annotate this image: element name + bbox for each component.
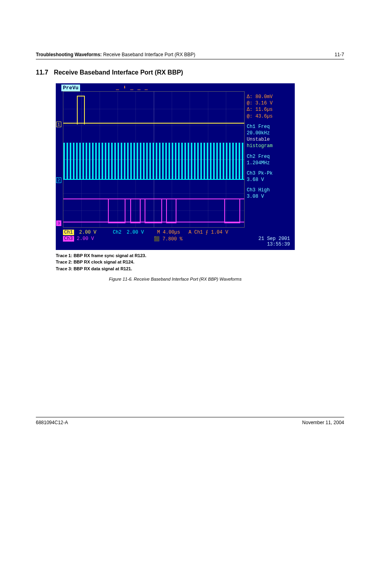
waveform-graticule <box>63 91 245 228</box>
meas-ch1-freq-label: Ch1 Freq <box>247 124 294 130</box>
trace-3-pulse <box>224 199 240 223</box>
meas-ch2-freq-value: 1.204MHz <box>247 160 294 166</box>
trace-3-pulse <box>145 199 162 223</box>
meas-ch1-freq-value: 20.00kHz <box>247 130 294 136</box>
legend-trace-3: Trace 3: BBP RX data signal at R121. <box>56 265 344 272</box>
trace-2-baseline <box>63 179 244 180</box>
header-page-number: 11-7 <box>335 52 344 57</box>
trace-3-pulse <box>130 199 141 223</box>
legend-trace-1: Trace 1: BBP RX frame sync signal at R12… <box>56 252 344 259</box>
running-header: Troubleshooting Waveforms: Receive Baseb… <box>36 52 344 59</box>
footer-doc-number: 6881094C12-A <box>36 420 68 425</box>
trigger-readout: A Ch1 ⨍ 1.04 V <box>188 230 228 235</box>
scope-date: 21 Sep 2001 <box>242 236 290 242</box>
scope-time: 13:55:39 <box>242 242 290 247</box>
trace-1-frame-sync <box>63 123 244 124</box>
ch1-label-box: Ch1 <box>63 230 74 235</box>
ch3-scale: 2.00 V <box>77 236 94 242</box>
trace-3-pulse <box>108 199 125 223</box>
trigger-time-marker: ⎯⬇⎯⎯⎯ <box>116 84 152 90</box>
header-title-rest: Receive Baseband Interface Port (RX BBP) <box>102 52 196 57</box>
ch2-ground-marker: 2 <box>56 177 61 183</box>
trace-legend: Trace 1: BBP RX frame sync signal at R12… <box>56 252 344 272</box>
figure-caption: Figure 11-6. Receive Baseband Interface … <box>56 277 295 281</box>
cursor-delta-t: Δ: 11.6µs <box>247 106 294 113</box>
meas-ch2-freq-label: Ch2 Freq <box>247 153 294 160</box>
ch1-ground-marker: 1 <box>56 122 61 127</box>
scope-readout-panel: Δ: 80.0mV @: 3.16 V Δ: 11.6µs @: 43.6µs … <box>245 91 295 228</box>
trace-3-pulse <box>166 199 176 223</box>
cursor-delta-v: Δ: 80.0mV <box>247 94 294 100</box>
meas-ch3-high-label: Ch3 High <box>247 187 294 193</box>
section-title-text: Receive Baseband Interface Port (RX BBP) <box>54 69 183 76</box>
footer-date: November 11, 2004 <box>302 420 344 425</box>
section-heading: 11.7Receive Baseband Interface Port (RX … <box>36 69 344 76</box>
cursor-at-t: @: 43.6µs <box>247 113 294 120</box>
cursor-at-v: @: 3.16 V <box>247 100 294 106</box>
channel-indicator-gutter: 1 2 3 <box>56 91 63 228</box>
scope-bottom-readout: Ch1 2.00 V Ch2 2.00 V M 4.00µs A Ch1 ⨍ 1… <box>56 228 295 250</box>
ch2-scale: 2.00 V <box>127 230 144 235</box>
ch1-scale: 2.00 V <box>79 230 96 235</box>
meas-ch3-pkpk-value: 3.68 V <box>247 177 294 183</box>
meas-ch1-note2: histogram <box>247 143 294 149</box>
oscilloscope-screenshot: PreVu ⎯⬇⎯⎯⎯ 1 2 3 <box>56 83 295 250</box>
timebase: M 4.00µs <box>157 230 180 235</box>
meas-ch3-pkpk-label: Ch3 Pk-Pk <box>247 170 294 177</box>
ch3-label-box: Ch3 <box>63 236 74 242</box>
legend-trace-2: Trace 2: BBP RX clock signal at R124. <box>56 259 344 265</box>
page-footer: 6881094C12-A November 11, 2004 <box>36 417 344 425</box>
trace-1-pulse <box>77 96 85 124</box>
acquisition-mode-badge: PreVu <box>61 85 80 91</box>
trigger-position: ⬛ 7.800 % <box>94 236 242 248</box>
ch2-label: Ch2 <box>113 230 121 235</box>
scope-top-bar: PreVu ⎯⬇⎯⎯⎯ <box>56 83 295 91</box>
trace-2-clock <box>63 143 244 179</box>
section-number: 11.7 <box>36 69 48 76</box>
meas-ch1-note1: Unstable <box>247 136 294 143</box>
header-title-bold: Troubleshooting Waveforms: <box>36 52 102 57</box>
header-title: Troubleshooting Waveforms: Receive Baseb… <box>36 52 195 57</box>
ch3-ground-marker: 3 <box>56 220 61 226</box>
meas-ch3-high-value: 3.08 V <box>247 193 294 200</box>
